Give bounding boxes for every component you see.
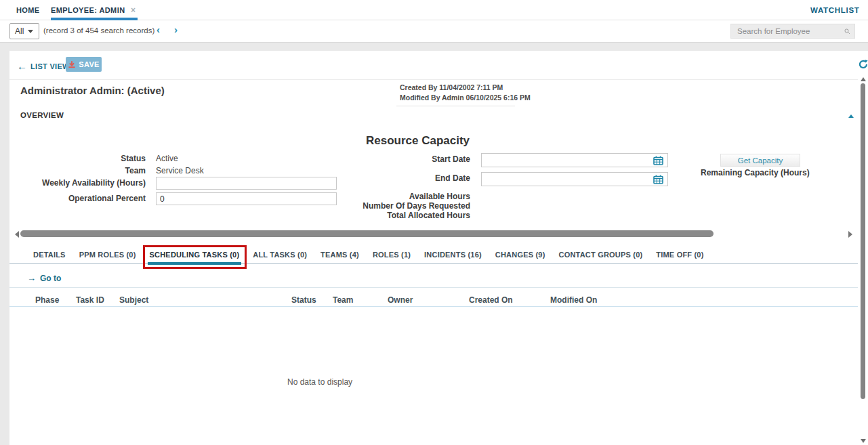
team-value: Service Desk [156,166,204,175]
goto-label: Go to [40,274,61,283]
scroll-right-icon[interactable] [848,231,852,238]
vertical-scrollbar-thumb[interactable] [861,83,865,399]
start-date-input[interactable] [481,153,668,167]
collapse-caret-icon[interactable] [848,114,854,118]
record-tab-strip: DETAILS PPM ROLES (0) SCHEDULING TASKS (… [9,245,858,264]
divider [9,287,858,288]
tab-details[interactable]: DETAILS [33,251,66,259]
back-arrow-icon: ← [17,62,27,71]
tab-teams[interactable]: TEAMS (4) [321,251,359,259]
empty-table-message: No data to display [287,377,352,387]
column-header-phase[interactable]: Phase [35,295,59,305]
employee-search[interactable] [730,24,855,39]
modified-by-text: Modified By Admin 06/10/2025 6:16 PM [400,93,531,102]
next-record-button[interactable]: › [174,24,178,35]
divider [9,79,858,80]
save-button[interactable]: SAVE [66,57,102,72]
active-subtab-underline [148,262,242,265]
employee-record-card: ← LIST VIEW SAVE Administrator Admin: (A… [9,51,858,445]
tab-home[interactable]: HOME [16,0,40,20]
resource-capacity-title: Resource Capacity [366,134,470,148]
tab-employee-label: EMPLOYEE: ADMIN [51,6,125,14]
tab-scheduling-tasks-label: SCHEDULING TASKS (0) [150,251,240,259]
divider [396,106,515,106]
column-header-task-id[interactable]: Task ID [76,295,104,305]
tab-employee-admin[interactable]: EMPLOYEE: ADMIN × [51,0,136,20]
weekly-availability-label: Weekly Availability (Hours) [27,178,146,188]
filter-dropdown[interactable]: All [9,23,39,39]
record-toolbar: All (record 3 of 454 search records) ‹ › [0,20,868,43]
chevron-down-icon [28,30,33,33]
tab-changes[interactable]: CHANGES (9) [495,251,545,259]
horizontal-scrollbar[interactable] [9,230,858,238]
total-allocated-label: Total Allocated Hours [301,211,470,220]
goto-arrow-icon: → [27,273,36,283]
tab-ppm-roles[interactable]: PPM ROLES (0) [79,251,136,259]
list-view-button[interactable]: ← LIST VIEW [17,62,70,71]
search-input[interactable] [731,27,844,35]
horizontal-scrollbar-thumb[interactable] [20,230,714,237]
status-value: Active [156,154,178,163]
end-date-label: End Date [301,173,470,183]
column-header-status[interactable]: Status [291,295,316,305]
column-header-owner[interactable]: Owner [388,295,413,305]
save-icon [68,60,76,68]
go-to-link[interactable]: → Go to [27,273,61,283]
column-header-team[interactable]: Team [333,295,353,305]
window-tab-bar: HOME EMPLOYEE: ADMIN × WATCHLIST [0,0,868,20]
get-capacity-button[interactable]: Get Capacity [720,154,800,167]
end-date-input[interactable] [481,172,668,186]
available-hours-label: Available Hours [301,192,470,201]
remaining-capacity-label: Remaining Capacity (Hours) [701,168,810,177]
calendar-icon[interactable] [653,156,663,165]
calendar-icon[interactable] [653,175,663,184]
page-title: Administrator Admin: (Active) [20,85,165,96]
record-count-text: (record 3 of 454 search records) [43,26,154,35]
search-icon [844,27,850,36]
status-label: Status [27,154,146,163]
filter-value: All [15,26,24,36]
tab-contact-groups[interactable]: CONTACT GROUPS (0) [559,251,643,259]
created-by-text: Created By 11/04/2002 7:11 PM [400,83,503,91]
tab-roles[interactable]: ROLES (1) [373,251,411,259]
column-header-modified-on[interactable]: Modified On [550,295,597,305]
watchlist-link[interactable]: WATCHLIST [810,6,860,14]
column-header-created-on[interactable]: Created On [469,295,513,305]
list-view-label: LIST VIEW [30,62,70,70]
refresh-icon[interactable] [859,60,868,69]
tab-time-off[interactable]: TIME OFF (0) [656,251,703,259]
start-date-label: Start Date [301,154,470,164]
scroll-left-icon[interactable] [15,231,19,238]
tab-scheduling-tasks[interactable]: SCHEDULING TASKS (0) [150,251,240,259]
team-label: Team [27,166,146,175]
scroll-down-icon[interactable] [861,439,866,443]
days-requested-label: Number Of Days Requested [301,201,470,211]
save-label: SAVE [79,60,99,68]
operational-percent-label: Operational Percent [27,194,146,203]
tab-all-tasks[interactable]: ALL TASKS (0) [253,251,307,259]
divider [9,306,858,307]
column-header-subject[interactable]: Subject [119,295,148,305]
overview-section-label: OVERVIEW [20,111,64,119]
scroll-up-icon[interactable] [861,77,866,81]
prev-record-button[interactable]: ‹ [157,24,160,35]
tab-incidents[interactable]: INCIDENTS (16) [424,251,482,259]
